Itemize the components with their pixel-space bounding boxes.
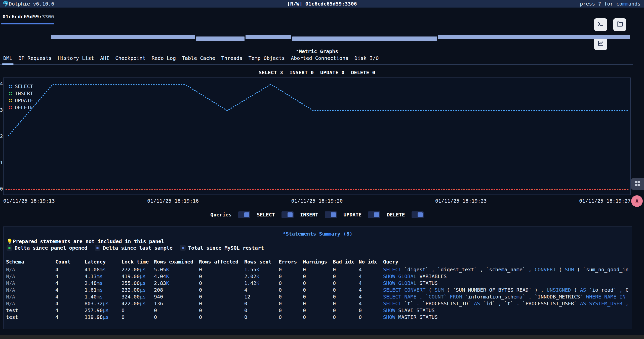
- table-cell: 0: [199, 287, 244, 293]
- table-cell: 0: [199, 314, 244, 321]
- table-cell: 1.61ms: [85, 287, 122, 293]
- y-tick-4: 4: [0, 81, 4, 86]
- table-cell: 324.00μs: [122, 293, 154, 300]
- table-cell: 4.04K: [154, 273, 199, 280]
- metric-tab-checkpoint[interactable]: Checkpoint: [115, 55, 145, 61]
- query-cell: SHOW GLOBAL STATUS: [383, 280, 631, 287]
- query-cell: SHOW GLOBAL VARIABLES: [383, 273, 631, 280]
- metric-tab-history-list[interactable]: History List: [58, 55, 94, 61]
- terminal-button[interactable]: [594, 18, 607, 31]
- switch-knob: [288, 212, 293, 217]
- statements-legend: Delta since panel openedDelta since last…: [7, 245, 264, 251]
- metric-tab-disk-i-o[interactable]: Disk I/O: [354, 55, 379, 61]
- table-cell: 208: [154, 287, 199, 293]
- toggle-switch-select[interactable]: [281, 211, 294, 218]
- table-cell: 0: [303, 266, 333, 273]
- table-cell: 940: [154, 293, 199, 300]
- top-status-bar: 🐬Dolphie v6.10.6 [R/W] 01c6cdc65d59:3306…: [0, 0, 644, 8]
- table-cell: 0: [303, 307, 333, 314]
- table-cell: 0: [303, 273, 333, 280]
- table-cell: 0: [279, 287, 303, 293]
- table-cell: 0: [333, 293, 359, 300]
- sparkline-segment: [292, 36, 437, 41]
- table-cell: 257.90μs: [85, 307, 122, 314]
- toggle-switch-delete[interactable]: [412, 211, 424, 218]
- panel-layout-button[interactable]: [631, 178, 644, 190]
- x-tick: 01/11/25 18:19:16: [147, 198, 199, 204]
- table-cell: 4: [55, 293, 85, 300]
- toggle-switch-insert[interactable]: [325, 211, 337, 218]
- query-cell: SHOW SLAVE STATUS: [383, 307, 631, 314]
- statements-table: SchemaCountLatencyLock timeRows examined…: [6, 258, 631, 321]
- column-header: Count: [55, 258, 85, 265]
- metric-tab-bp-requests[interactable]: BP Requests: [18, 55, 52, 61]
- metric-tab-threads[interactable]: Threads: [221, 55, 242, 61]
- table-cell: 41.08ms: [85, 266, 122, 273]
- table-cell: 0: [333, 287, 359, 293]
- legend-label: UPDATE: [15, 97, 33, 103]
- table-cell: 0: [303, 314, 333, 321]
- table-cell: 0: [303, 293, 333, 300]
- session-tab[interactable]: 01c6cdc65d59:3306: [3, 14, 54, 20]
- table-cell: 0: [333, 280, 359, 287]
- statements-legend-item: Total since MySQL restart: [180, 245, 264, 251]
- statements-row: N/A44.13ms419.00μs4.04K02.02K0004SHOW GL…: [6, 273, 631, 280]
- statements-row: test4119.98μs00000000SHOW MASTER STATUS: [6, 314, 631, 321]
- schema-cell: N/A: [6, 280, 55, 287]
- metric-tab-table-cache[interactable]: Table Cache: [182, 55, 215, 61]
- toggle-switch-queries[interactable]: [238, 211, 250, 218]
- table-cell: 0: [359, 307, 383, 314]
- table-cell: 0: [199, 280, 244, 287]
- metric-graphs-title: ᵃMetric Graphs: [0, 48, 634, 54]
- column-header: Bad idx: [333, 258, 359, 265]
- table-cell: 0: [279, 280, 303, 287]
- schema-cell: N/A: [6, 300, 55, 307]
- x-tick: 01/11/25 18:19:23: [435, 198, 487, 204]
- statements-row: N/A4803.32μs422.00μs136000004SELECT `t` …: [6, 300, 631, 307]
- table-cell: 0: [279, 307, 303, 314]
- y-tick-0: 0: [0, 186, 4, 192]
- tab-strip-divider: [0, 25, 644, 25]
- table-cell: 1.40ms: [85, 293, 122, 300]
- metric-tab-dml[interactable]: DML: [3, 55, 12, 61]
- legend-radio-icon: [7, 245, 12, 251]
- statements-row: test4257.90μs00000000SHOW SLAVE STATUS: [6, 307, 631, 314]
- table-cell: 136: [154, 300, 199, 307]
- column-header: Latency: [85, 258, 122, 265]
- table-cell: 0: [333, 307, 359, 314]
- activity-sparkline: [51, 35, 631, 41]
- statements-legend-label: Delta since panel opened: [15, 245, 87, 251]
- legend-item-insert: INSERT: [9, 90, 33, 97]
- legend-label: DELETE: [15, 104, 33, 110]
- accessibility-button[interactable]: A: [631, 195, 643, 207]
- legend-label: SELECT: [15, 83, 33, 89]
- dml-stat-insert: INSERT 0: [290, 69, 314, 76]
- legend-swatch-update: [9, 99, 12, 102]
- column-header: Rows examined: [154, 258, 199, 265]
- files-button[interactable]: [613, 18, 626, 31]
- sparkline-segment: [438, 35, 630, 39]
- table-cell: 0: [199, 266, 244, 273]
- metric-tab-redo-log[interactable]: Redo Log: [152, 55, 176, 61]
- table-cell: 4: [244, 287, 279, 293]
- toggle-switch-update[interactable]: [368, 211, 380, 218]
- table-cell: 0: [122, 307, 154, 314]
- statements-legend-item: Delta since panel opened: [7, 245, 87, 251]
- switch-knob: [374, 212, 379, 217]
- column-header: Warnings: [303, 258, 333, 265]
- metric-tab-ahi[interactable]: AHI: [100, 55, 109, 61]
- y-tick-3: 3: [0, 107, 4, 113]
- toggle-label-delete: DELETE: [387, 212, 405, 218]
- sparkline-segment: [246, 35, 292, 39]
- metric-tab-temp-objects[interactable]: Temp Objects: [249, 55, 285, 61]
- switch-knob: [244, 212, 249, 217]
- table-cell: 4: [55, 307, 85, 314]
- query-toggle-row: QueriesSELECTINSERTUPDATEDELETE: [0, 211, 634, 218]
- active-tab-indicator: [2, 63, 14, 65]
- schema-cell: N/A: [6, 287, 55, 293]
- table-cell: 272.00μs: [122, 266, 154, 273]
- connection-title: [R/W] 01c6cdc65d59:3306: [0, 1, 644, 7]
- x-tick: 01/11/25 18:19:13: [3, 198, 55, 204]
- session-port: 3306: [42, 14, 54, 20]
- metric-tab-aborted-connections[interactable]: Aborted Connections: [291, 55, 348, 61]
